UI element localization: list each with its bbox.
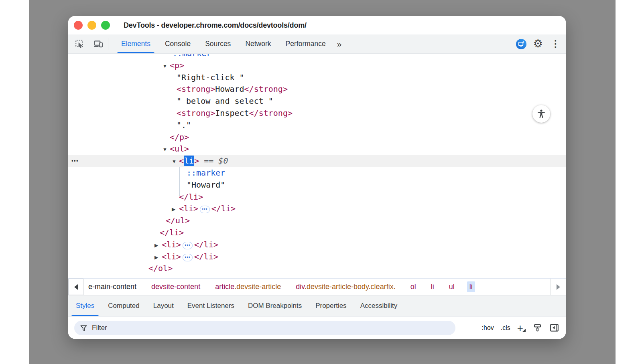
toggle-device-toolbar-icon[interactable]	[93, 38, 104, 50]
tab-styles[interactable]: Styles	[69, 295, 101, 316]
expand-children-ellipsis-button[interactable]: •••	[183, 254, 193, 261]
filter-funnel-icon	[80, 324, 87, 332]
dom-tree-row[interactable]: " below and select "	[68, 95, 566, 107]
tag-token: </li>	[194, 252, 218, 261]
breadcrumb-item[interactable]: article.devsite-article	[213, 281, 283, 292]
more-options-icon[interactable]: ⋮	[549, 39, 562, 49]
dom-tree-row[interactable]: ▶<li>•••</li>	[68, 239, 566, 251]
styles-filter-bar: :hov .cls +	[68, 316, 566, 339]
dom-tree-row[interactable]: <strong>Inspect</strong>	[68, 107, 566, 119]
tag-token: <li>	[162, 252, 181, 261]
dom-tree-row[interactable]: ::marker	[68, 54, 566, 60]
tag-token: <li>	[179, 204, 198, 213]
tag-token: </li>	[179, 192, 203, 202]
zoom-window-button[interactable]	[101, 21, 110, 30]
dom-tree-row[interactable]: ▼<ul>	[68, 143, 566, 155]
tab-console[interactable]: Console	[158, 34, 198, 53]
new-style-rule-button[interactable]: +	[517, 323, 526, 333]
tag-token: <strong>	[177, 108, 215, 118]
toolbar-tabs: ElementsConsoleSourcesNetworkPerformance	[114, 34, 333, 53]
more-tabs-button[interactable]: »	[333, 34, 345, 53]
breadcrumb-item[interactable]: li	[429, 281, 437, 292]
collapse-arrow-icon[interactable]: ▼	[163, 144, 170, 156]
tag-token: <p>	[170, 61, 184, 70]
breadcrumb-item[interactable]: e-main-content	[86, 281, 139, 292]
breadcrumb-item[interactable]: ul	[447, 281, 457, 292]
dom-tree-row[interactable]: ::marker	[68, 167, 566, 179]
text-token: "Right-click "	[177, 73, 244, 82]
tab-sources[interactable]: Sources	[198, 34, 238, 53]
toggle-element-state-button[interactable]: :hov	[482, 324, 494, 332]
dom-tree-row[interactable]: </ul>	[68, 215, 566, 227]
text-token: "Howard"	[187, 180, 225, 190]
expand-children-ellipsis-button[interactable]: •••	[183, 242, 193, 249]
text-token: Howard	[215, 84, 244, 94]
breadcrumb-bar: e-main-contentdevsite-contentarticle.dev…	[68, 278, 566, 295]
breadcrumb-scroll-left-button[interactable]	[68, 279, 83, 295]
dom-tree-row[interactable]: "Right-click "	[68, 72, 566, 84]
filter-pill	[74, 321, 455, 335]
tab-dom-breakpoints[interactable]: DOM Breakpoints	[241, 295, 309, 316]
tag-token: <ul>	[170, 144, 189, 154]
tab-properties[interactable]: Properties	[309, 295, 353, 316]
breadcrumb-part: li	[431, 283, 434, 291]
tab-accessibility[interactable]: Accessibility	[354, 295, 404, 316]
chevron-right-icon	[557, 284, 560, 290]
collapse-arrow-icon[interactable]: ▼	[163, 61, 170, 73]
dom-tree-row[interactable]: "Howard"	[68, 179, 566, 191]
settings-gear-icon[interactable]: ⚙	[533, 38, 543, 49]
breadcrumb-part: .devsite-article-body.clearfix.	[305, 283, 396, 291]
dom-tree-row[interactable]: </p>	[68, 131, 566, 144]
dom-tree-row[interactable]: ▶<li>•••</li>	[68, 203, 566, 215]
tab-network[interactable]: Network	[238, 34, 278, 53]
close-window-button[interactable]	[74, 21, 83, 30]
dom-tree-row[interactable]: "."	[68, 119, 566, 131]
ai-assistance-icon[interactable]	[516, 38, 527, 50]
tab-event-listeners[interactable]: Event Listeners	[181, 295, 241, 316]
tag-token: </li>	[211, 204, 236, 213]
title-bar: DevTools - developer.chrome.com/docs/dev…	[68, 16, 566, 34]
text-token: "."	[177, 120, 191, 130]
row-overflow-menu-icon[interactable]: •••	[71, 155, 79, 167]
dom-tree-row[interactable]: <strong>Howard</strong>	[68, 83, 566, 95]
expand-children-ellipsis-button[interactable]: •••	[200, 206, 210, 213]
inspect-element-icon[interactable]	[74, 38, 85, 50]
breadcrumb-scroll-right-button[interactable]	[551, 279, 566, 295]
dom-tree-row[interactable]: </ol>	[68, 263, 566, 275]
rendering-emulations-icon[interactable]	[533, 323, 542, 333]
dom-tree-row[interactable]: ▼<p>	[68, 60, 566, 72]
expand-arrow-icon[interactable]: ▶	[154, 240, 162, 252]
dom-tree-row[interactable]: </li>	[68, 191, 566, 203]
pseudo-element-token: ::marker	[173, 54, 211, 58]
dom-tree-row[interactable]: ▶<li>•••</li>	[68, 251, 566, 263]
devtools-window: DevTools - developer.chrome.com/docs/dev…	[68, 16, 566, 339]
breadcrumb-part: .devsite-article	[234, 283, 281, 291]
collapse-arrow-icon[interactable]: ▼	[172, 156, 179, 168]
tab-layout[interactable]: Layout	[146, 295, 181, 316]
breadcrumb-item[interactable]: div.devsite-article-body.clearfix.	[293, 281, 398, 292]
breadcrumb-item[interactable]: ol	[408, 281, 419, 292]
tab-computed[interactable]: Computed	[101, 295, 146, 316]
element-classes-button[interactable]: .cls	[501, 324, 510, 332]
minimize-window-button[interactable]	[87, 21, 96, 30]
breadcrumb-item[interactable]: li	[467, 281, 475, 292]
dom-tree-row[interactable]: </li>	[68, 227, 566, 239]
chevron-left-icon	[74, 284, 78, 290]
filter-input[interactable]	[92, 324, 455, 332]
tag-token: <	[179, 156, 184, 166]
pseudo-element-token: ::marker	[187, 168, 225, 178]
sidebar-panel-tabs: StylesComputedLayoutEvent ListenersDOM B…	[68, 295, 566, 316]
breadcrumb-item[interactable]: devsite-content	[149, 281, 203, 292]
tab-performance[interactable]: Performance	[278, 34, 333, 53]
toolbar-divider	[108, 38, 108, 50]
tag-token: <li>	[162, 240, 181, 249]
tag-token: </li>	[194, 240, 218, 249]
tag-token: </ul>	[166, 216, 190, 225]
expand-arrow-icon[interactable]: ▶	[172, 204, 179, 216]
dock-side-icon[interactable]	[549, 323, 559, 333]
text-token: Inspect	[215, 108, 249, 118]
expand-arrow-icon[interactable]: ▶	[154, 252, 162, 264]
tab-elements[interactable]: Elements	[114, 34, 158, 53]
tag-token: >	[194, 156, 199, 166]
dom-tree-row[interactable]: •••▼<li> == $0	[68, 155, 566, 167]
